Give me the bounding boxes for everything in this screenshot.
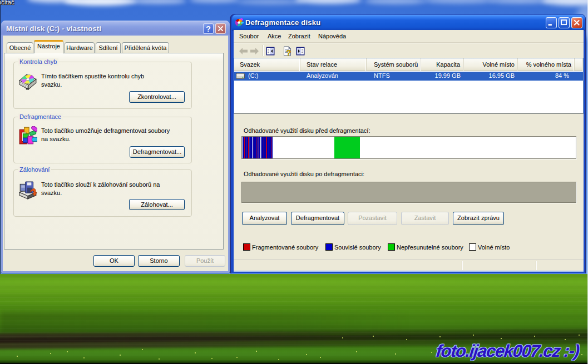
svg-text:?: ? xyxy=(286,48,291,57)
